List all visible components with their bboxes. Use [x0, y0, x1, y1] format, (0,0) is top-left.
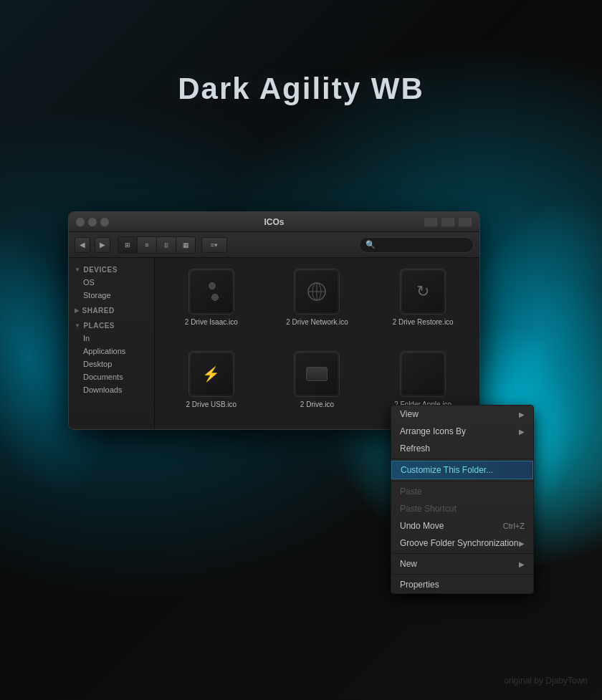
- view-detail-button[interactable]: |||: [157, 237, 176, 253]
- ctx-view-label: View: [400, 409, 419, 419]
- context-menu: View ▶ Arrange Icons By ▶ Refresh Custom…: [391, 405, 534, 594]
- ctx-customize-label: Customize This Folder...: [401, 465, 493, 475]
- file-icon-drive-isaac: [188, 269, 234, 315]
- dot-1: [209, 282, 216, 289]
- ctx-paste-label: Paste: [400, 486, 422, 497]
- file-item-drive[interactable]: 2 Drive.ico: [268, 347, 367, 423]
- ctx-item-new[interactable]: New ▶: [391, 555, 533, 572]
- usb-icon: ⚡: [202, 365, 220, 383]
- toolbar: ◀ ▶ ⊞ ≡ ||| ▦ ≡▾ 🔍: [69, 232, 479, 258]
- sidebar-header-shared[interactable]: ▶ SHARED: [69, 305, 154, 317]
- file-item-drive-usb[interactable]: ⚡ 2 Drive USB.ico: [162, 347, 261, 423]
- sidebar-item-os[interactable]: OS: [69, 276, 154, 289]
- back-button[interactable]: ◀: [75, 237, 90, 253]
- sidebar-header-devices[interactable]: ▼ DEVICES: [69, 264, 154, 276]
- ctx-undo-shortcut: Ctrl+Z: [503, 522, 525, 530]
- ctx-sep-3: [391, 553, 533, 554]
- sidebar-item-in[interactable]: In: [69, 332, 154, 345]
- devices-arrow: ▼: [75, 267, 80, 273]
- ctx-item-refresh[interactable]: Refresh: [391, 440, 533, 457]
- ctx-refresh-label: Refresh: [400, 444, 430, 454]
- sidebar-section-shared: ▶ SHARED: [69, 305, 154, 317]
- file-icon-drive-restore: ↻: [400, 269, 446, 315]
- forward-button[interactable]: ▶: [95, 237, 110, 253]
- window-controls: [76, 218, 109, 226]
- sidebar-item-storage[interactable]: Storage: [69, 289, 154, 302]
- file-name-drive: 2 Drive.ico: [300, 401, 334, 409]
- file-name-drive-network: 2 Drive Network.ico: [286, 318, 348, 327]
- sidebar-item-desktop[interactable]: Desktop: [69, 358, 154, 370]
- file-icon-drive-usb: ⚡: [188, 351, 234, 397]
- file-icon-folder-apple: [400, 351, 446, 397]
- sidebar: ▼ DEVICES OS Storage ▶ SHARED ▼ PLACES: [69, 258, 155, 429]
- drive-network-icon: [306, 281, 328, 302]
- ctx-item-view[interactable]: View ▶: [391, 406, 533, 423]
- window-body: ▼ DEVICES OS Storage ▶ SHARED ▼ PLACES: [69, 258, 479, 429]
- view-tiles-button[interactable]: ▦: [176, 237, 195, 253]
- view-buttons: ⊞ ≡ ||| ▦: [118, 236, 196, 254]
- ctx-sep-1: [391, 459, 533, 459]
- globe-svg: [306, 281, 328, 302]
- sidebar-item-documents[interactable]: Documents: [69, 370, 154, 383]
- ctx-item-undo-move[interactable]: Undo Move Ctrl+Z: [391, 517, 533, 534]
- ctx-view-arrow: ▶: [519, 411, 525, 418]
- ctx-item-paste: Paste: [391, 483, 533, 500]
- devices-label: DEVICES: [83, 266, 117, 274]
- places-arrow: ▼: [75, 322, 80, 329]
- file-manager-window: ICOs ◀ ▶ ⊞ ≡ ||| ▦ ≡▾ 🔍 ▼ DEVIC: [68, 211, 480, 430]
- dot-2: [211, 294, 219, 301]
- refresh-icon: ↻: [416, 282, 429, 301]
- file-name-drive-restore: 2 Drive Restore.ico: [393, 318, 454, 327]
- sidebar-item-downloads[interactable]: Downloads: [69, 383, 154, 396]
- title-btn-1[interactable]: [424, 217, 438, 227]
- ctx-arrange-arrow: ▶: [519, 428, 525, 436]
- sidebar-section-devices: ▼ DEVICES OS Storage: [69, 264, 154, 302]
- file-name-drive-isaac: 2 Drive Isaac.ico: [185, 318, 238, 327]
- ctx-paste-shortcut-label: Paste Shortcut: [400, 504, 457, 514]
- drive-dots-icon: [204, 282, 219, 301]
- file-icon-drive-network: [294, 269, 340, 315]
- title-btn-2[interactable]: [441, 217, 455, 227]
- sort-button[interactable]: ≡▾: [201, 237, 227, 253]
- file-grid: 2 Drive Isaac.ico 2 Drive Network.ico: [155, 258, 479, 429]
- window-control-plain1[interactable]: [76, 218, 85, 226]
- sidebar-header-places[interactable]: ▼ PLACES: [69, 320, 154, 332]
- ctx-properties-label: Properties: [400, 580, 439, 590]
- ctx-groove-label: Groove Folder Synchronization: [400, 538, 518, 548]
- file-icon-drive: [294, 351, 340, 397]
- sidebar-item-applications[interactable]: Applications: [69, 345, 154, 358]
- file-item-drive-isaac[interactable]: 2 Drive Isaac.ico: [162, 265, 261, 340]
- ctx-item-paste-shortcut: Paste Shortcut: [391, 500, 533, 517]
- sidebar-section-places: ▼ PLACES In Applications Desktop Documen…: [69, 320, 154, 396]
- ctx-groove-arrow: ▶: [519, 540, 525, 547]
- file-item-drive-restore[interactable]: ↻ 2 Drive Restore.ico: [373, 265, 472, 340]
- ctx-arrange-label: Arrange Icons By: [400, 426, 466, 436]
- window-control-plain3[interactable]: [100, 218, 109, 226]
- view-icons-button[interactable]: ⊞: [118, 237, 137, 253]
- ctx-sep-4: [391, 574, 533, 575]
- shared-label: SHARED: [82, 307, 115, 315]
- ctx-new-label: New: [400, 559, 417, 569]
- window-control-plain2[interactable]: [88, 218, 97, 226]
- file-item-drive-network[interactable]: 2 Drive Network.ico: [268, 265, 367, 340]
- title-btn-3[interactable]: [458, 217, 472, 227]
- ctx-item-customize[interactable]: Customize This Folder...: [391, 461, 533, 479]
- titlebar: ICOs: [69, 212, 479, 232]
- search-icon: 🔍: [366, 240, 376, 249]
- search-box[interactable]: 🔍: [359, 237, 474, 253]
- titlebar-right: [424, 217, 472, 227]
- ctx-item-properties[interactable]: Properties: [391, 576, 533, 593]
- ctx-sep-2: [391, 481, 533, 481]
- app-title: Dark Agility WB: [0, 72, 602, 106]
- watermark: original by DjabyTown: [504, 676, 588, 686]
- ctx-item-arrange[interactable]: Arrange Icons By ▶: [391, 423, 533, 440]
- ctx-undo-label: Undo Move: [400, 521, 444, 531]
- drive-plain-icon: [306, 367, 328, 381]
- file-name-drive-usb: 2 Drive USB.ico: [186, 401, 237, 409]
- ctx-new-arrow: ▶: [519, 560, 525, 568]
- places-label: PLACES: [83, 322, 115, 330]
- shared-arrow: ▶: [75, 307, 80, 314]
- ctx-item-groove[interactable]: Groove Folder Synchronization ▶: [391, 534, 533, 552]
- view-list-button[interactable]: ≡: [138, 237, 156, 253]
- window-title: ICOs: [264, 217, 284, 227]
